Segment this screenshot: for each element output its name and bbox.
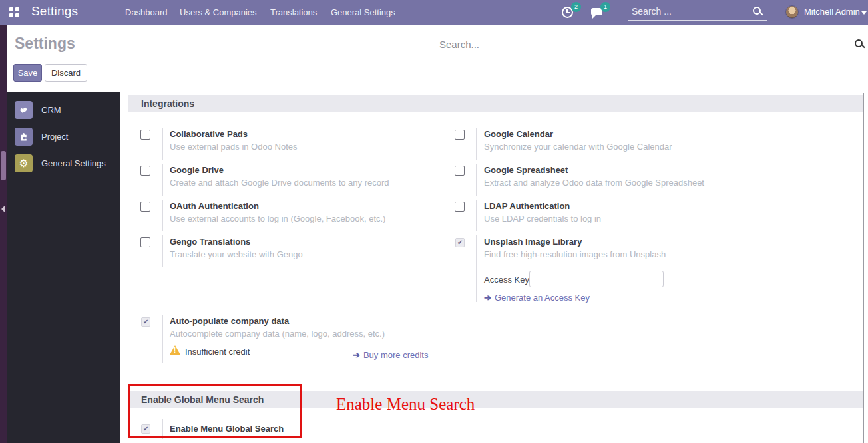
setting-title: LDAP Authentication	[484, 201, 570, 211]
sidebar-item-label: General Settings	[41, 158, 106, 168]
divider	[476, 235, 477, 302]
unsplash-checkbox[interactable]	[455, 238, 465, 247]
section-title: Integrations	[141, 98, 194, 109]
annotation-text: Enable Menu Search	[336, 395, 475, 414]
app-title[interactable]: Settings	[31, 4, 78, 19]
warning-icon	[170, 345, 180, 355]
google-calendar-checkbox[interactable]	[455, 130, 465, 140]
navbar-search-input[interactable]	[632, 5, 745, 18]
user-avatar	[785, 5, 799, 19]
collaborative-pads-checkbox[interactable]	[140, 130, 150, 140]
setting-title: Google Drive	[170, 165, 224, 175]
divider	[162, 315, 163, 363]
save-button[interactable]: Save	[13, 64, 42, 82]
sidebar-item-general-settings[interactable]: ⚙ General Settings	[7, 154, 120, 181]
setting-desc: Use LDAP credentials to log in	[484, 214, 601, 223]
auto-populate-checkbox[interactable]	[141, 317, 150, 327]
sidebar-collapse-icon[interactable]	[1, 206, 5, 212]
setting-title: Unsplash Image Library	[484, 237, 582, 247]
enable-menu-global-search-checkbox[interactable]	[141, 424, 150, 434]
discard-button[interactable]: Discard	[45, 64, 87, 82]
oauth-authentication-checkbox[interactable]	[140, 202, 150, 212]
gengo-translations-checkbox[interactable]	[140, 237, 150, 247]
arrow-right-icon: ➔	[353, 350, 360, 360]
access-key-label: Access Key	[484, 275, 529, 285]
setting-title: Google Spreadsheet	[484, 165, 568, 175]
navbar-search-icon[interactable]	[753, 7, 762, 16]
caret-down-icon	[861, 11, 867, 15]
google-spreadsheet-checkbox[interactable]	[455, 166, 465, 176]
message-count-badge: 1	[600, 2, 610, 12]
setting-title: Google Calendar	[484, 129, 553, 139]
divider	[162, 419, 163, 439]
vertical-scrollbar[interactable]	[863, 93, 864, 443]
sidebar-item-crm[interactable]: CRM	[7, 101, 120, 128]
section-title: Enable Global Menu Search	[141, 394, 264, 405]
divider	[162, 235, 163, 267]
setting-title: Auto-populate company data	[170, 316, 289, 326]
settings-search-input[interactable]	[439, 37, 832, 51]
setting-desc: Translate your website with Gengo	[170, 249, 303, 259]
access-key-input[interactable]	[529, 271, 664, 287]
activity-menu[interactable]: 2	[559, 4, 583, 21]
setting-title: Gengo Translations	[170, 237, 250, 247]
project-icon	[15, 128, 33, 146]
divider	[162, 164, 163, 196]
divider	[476, 164, 477, 196]
google-drive-checkbox[interactable]	[140, 166, 150, 176]
setting-desc: Extract and analyze Odoo data from Googl…	[484, 178, 704, 188]
activity-count-badge: 2	[571, 2, 581, 12]
divider	[162, 128, 163, 160]
left-edge-strip	[0, 25, 7, 443]
navbar-search	[628, 3, 767, 21]
integrations-section-header: Integrations	[128, 95, 863, 112]
setting-desc: Synchronize your calendar with Google Ca…	[484, 142, 672, 152]
nav-menu-translations[interactable]: Translations	[270, 7, 317, 17]
sidebar-item-label: Project	[41, 132, 68, 142]
settings-search-icon[interactable]	[855, 39, 864, 49]
divider	[476, 200, 477, 231]
settings-content: Integrations Collaborative Pads Use exte…	[120, 92, 868, 443]
ldap-authentication-checkbox[interactable]	[455, 202, 465, 212]
settings-sidebar: CRM Project ⚙ General Settings	[7, 92, 120, 443]
settings-search	[439, 35, 863, 53]
divider	[476, 128, 477, 160]
setting-title: Collaborative Pads	[170, 129, 248, 139]
setting-desc: Create and attach Google Drive documents…	[170, 178, 389, 188]
sidebar-item-label: CRM	[41, 105, 61, 115]
nav-menu-general-settings[interactable]: General Settings	[331, 7, 395, 17]
messages-menu[interactable]: 1	[588, 4, 612, 21]
crm-icon	[15, 101, 33, 119]
generate-access-key-link[interactable]: ➔Generate an Access Key	[484, 293, 590, 303]
nav-menu-users-companies[interactable]: Users & Companies	[180, 7, 257, 17]
arrow-right-icon: ➔	[484, 293, 491, 303]
menu-search-section-header: Enable Global Menu Search	[128, 391, 863, 408]
insufficient-credit-warning: Insufficient credit	[170, 345, 250, 357]
setting-title: OAuth Authentication	[170, 201, 259, 211]
top-navbar: Settings Dashboard Users & Companies Tra…	[0, 0, 868, 25]
divider	[162, 200, 163, 231]
control-panel: Settings Save Discard	[0, 25, 868, 92]
nav-menu-dashboard[interactable]: Dashboard	[125, 7, 168, 17]
setting-title: Enable Menu Global Search	[170, 424, 284, 434]
apps-grid-icon[interactable]	[9, 7, 19, 17]
sidebar-scrollbar-thumb[interactable]	[1, 151, 6, 180]
sidebar-item-project[interactable]: Project	[7, 128, 120, 154]
page-title: Settings	[15, 35, 75, 53]
gear-icon: ⚙	[15, 154, 33, 172]
user-name: Mitchell Admin	[804, 7, 860, 17]
setting-desc: Find free high-resolution images from Un…	[484, 249, 666, 259]
setting-desc: Use external pads in Odoo Notes	[170, 142, 298, 152]
setting-desc: Use external accounts to log in (Google,…	[170, 214, 385, 223]
setting-desc: Autocomplete company data (name, logo, a…	[170, 329, 385, 339]
buy-more-credits-link[interactable]: ➔Buy more credits	[353, 350, 428, 360]
